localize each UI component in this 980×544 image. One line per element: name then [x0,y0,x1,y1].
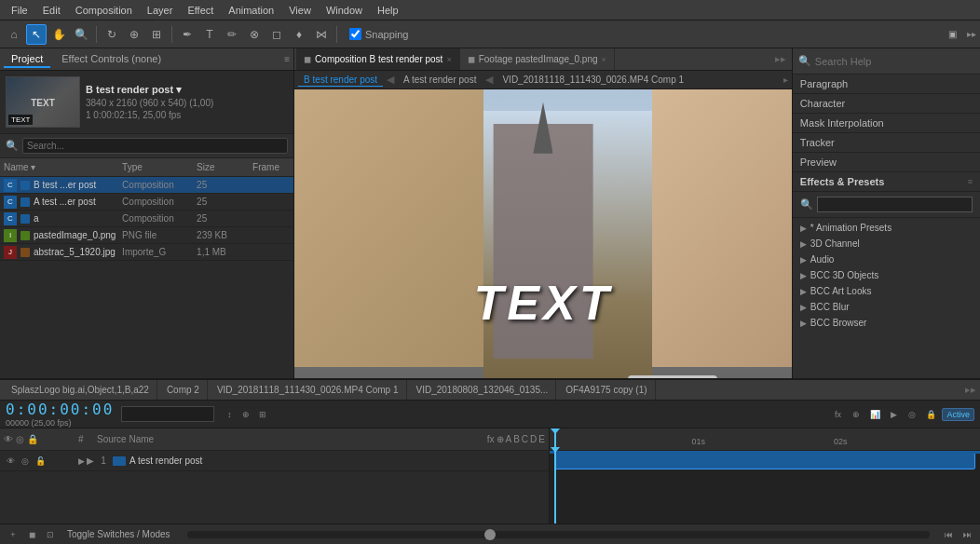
tl-btn-solo[interactable]: ◎ [905,407,919,422]
effects-label-bcc-art-looks: BCC Art Looks [810,286,872,296]
file-row-1[interactable]: C A test ...er post Composition 25 [0,194,293,211]
layer-solo-btn[interactable]: ◎ [19,455,32,468]
menu-view[interactable]: View [281,3,319,18]
tool-select[interactable]: ↖ [26,24,47,45]
effects-item-bcc-3d-objects[interactable]: ▶ BCC 3D Objects [793,267,980,283]
file-name-1: A test ...er post [34,197,122,207]
timeline-layer-row-0[interactable]: 👁 ◎ 🔓 ▶ ▶ 1 A test render post [0,451,549,471]
snapping-area: Snapping [349,28,409,40]
panel-menu-icon[interactable]: ≡ [284,54,290,64]
comp-tabs-more[interactable]: ▸▸ [771,53,790,65]
scrubber-handle[interactable] [484,529,496,540]
tool-home[interactable]: ⌂ [4,24,24,45]
tl-footer-btn-3[interactable]: ⊡ [43,527,58,542]
timeline-tool-3[interactable]: ⊞ [255,407,270,422]
search-bar: 🔍 [0,134,293,158]
file-row-0[interactable]: C B test ...er post Composition 25 [0,177,293,194]
comp-tab-1[interactable]: ◼ Footage pastedImage_0.png × [460,48,615,70]
tl-btn-render[interactable]: ▶ [886,407,901,422]
layer-eye-btn[interactable]: 👁 [4,455,17,468]
file-row-4[interactable]: J abstrac_5_1920.jpg Importe_G 1,1 MB [0,244,293,261]
comp-tab-close-1[interactable]: × [602,55,606,64]
tool-eraser[interactable]: ◻ [266,24,287,45]
effects-item-3d-channel[interactable]: ▶ 3D Channel [793,236,980,252]
timeline-scrubber[interactable] [187,531,930,538]
tool-shape[interactable]: ⋈ [311,24,332,45]
toggle-switches-btn[interactable]: Toggle Switches / Modes [61,527,176,541]
timeline-tab-0[interactable]: SplaszLogo big.ai,Object,1,B,a22 [4,380,157,400]
tl-footer-btn-2[interactable]: ◼ [24,527,39,542]
effects-presets-header[interactable]: Effects & Presets ≡ [793,172,980,192]
menu-help[interactable]: Help [370,3,406,18]
tool-rotate[interactable]: ↻ [102,24,122,45]
tool-camera-pan[interactable]: ⊞ [146,24,167,45]
layer-expand-icon[interactable]: ▶ [78,456,85,466]
tool-clone[interactable]: ⊗ [244,24,265,45]
effects-item-bcc-blur[interactable]: ▶ BCC Blur [793,299,980,315]
tool-hand[interactable]: ✋ [48,24,69,45]
chevron-bcc-art-looks: ▶ [800,287,807,296]
tab-project[interactable]: Project [4,51,50,68]
menu-window[interactable]: Window [319,3,370,18]
viewer-tab-0[interactable]: B test render post [298,74,383,87]
viewer-tabs-more[interactable]: ▸ [783,75,788,85]
timeline-tab-3[interactable]: VID_20180808_132046_0135... [409,380,557,400]
tool-pen[interactable]: ✒ [177,24,197,45]
workspace-label: ▸▸ [967,29,976,39]
tl-footer-btn-1[interactable]: + [6,527,20,542]
menu-edit[interactable]: Edit [35,3,68,18]
tl-footer-go-end[interactable]: ⏭ [960,527,974,542]
effects-item-bcc-art-looks[interactable]: ▶ BCC Art Looks [793,283,980,299]
file-type-2: Composition [122,213,197,224]
file-size-2: 25 [197,213,252,224]
tool-zoom[interactable]: 🔍 [71,24,91,45]
tl-btn-motion[interactable]: ⊕ [849,407,864,422]
tl-footer-go-start[interactable]: ⏮ [941,527,956,542]
track-clip-0[interactable] [554,453,976,469]
viewer-tab-2[interactable]: VID_20181118_111430_0026.MP4 Comp 1 [497,74,689,86]
section-paragraph[interactable]: Paragraph [793,75,980,94]
search-help-input[interactable] [815,56,974,67]
section-tracker[interactable]: Tracker [793,133,980,153]
comp-tab-0[interactable]: ◼ Composition B test render post × [296,48,460,70]
layer-expand-icon2[interactable]: ▶ [87,456,94,466]
section-mask-interpolation[interactable]: Mask Interpolation [793,114,980,133]
tool-brush[interactable]: ✏ [222,24,242,45]
file-row-3[interactable]: I pastedImage_0.png PNG file 239 KB [0,227,293,244]
viewer-tab-1[interactable]: A test render post [398,74,482,86]
menu-file[interactable]: File [4,3,35,18]
section-preview[interactable]: Preview [793,153,980,172]
timeline-tab-2[interactable]: VID_20181118_111430_0026.MP4 Comp 1 [210,380,407,400]
timeline-tool-1[interactable]: ↕ [222,407,237,422]
timeline-tool-2[interactable]: ⊕ [238,407,253,422]
effects-presets-menu-icon[interactable]: ≡ [968,177,973,186]
menu-animation[interactable]: Animation [221,3,281,18]
menu-effect[interactable]: Effect [180,3,221,18]
tl-btn-graph[interactable]: 📊 [867,407,882,422]
menu-composition[interactable]: Composition [68,3,140,18]
timeline-tab-4[interactable]: OF4A9175 copy (1) [558,380,655,400]
tool-type[interactable]: T [199,24,220,45]
timeline-tab-1[interactable]: Comp 2 [159,380,208,400]
tl-btn-lock[interactable]: 🔒 [923,407,938,422]
effects-search-input[interactable] [817,197,973,212]
effects-item-animation-presets[interactable]: ▶ * Animation Presets [793,220,980,236]
menu-bar: File Edit Composition Layer Effect Anima… [0,0,980,20]
timeline-search[interactable] [121,406,214,422]
effects-item-audio[interactable]: ▶ Audio [793,252,980,267]
tab-effect-controls[interactable]: Effect Controls (none) [54,51,169,68]
tl-btn-fx[interactable]: fx [830,407,845,422]
comp-tab-close-0[interactable]: × [446,55,451,64]
tool-puppet[interactable]: ♦ [289,24,309,45]
preview-label: Preview [800,156,837,168]
layer-lock-btn[interactable]: 🔓 [34,455,47,468]
project-search-input[interactable] [22,138,288,154]
menu-layer[interactable]: Layer [140,3,181,18]
tool-camera-orbit[interactable]: ⊕ [124,24,144,45]
section-character[interactable]: Character [793,94,980,114]
file-row-2[interactable]: C a Composition 25 [0,211,293,227]
snapping-checkbox[interactable] [349,28,361,40]
effects-item-bcc-browser[interactable]: ▶ BCC Browser [793,315,980,331]
timeline-tabs-more[interactable]: ▸▸ [965,384,976,396]
workspace-btn[interactable]: ▣ [942,24,963,45]
